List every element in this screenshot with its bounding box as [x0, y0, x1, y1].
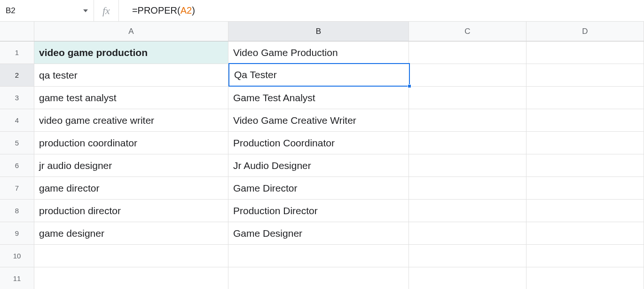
cell-a11[interactable] — [34, 267, 228, 289]
cell-d7[interactable] — [526, 177, 644, 200]
formula-cell-ref: A2 — [181, 5, 192, 16]
fx-icon: fx — [94, 0, 119, 21]
cell-b8[interactable]: Production Director — [228, 200, 409, 222]
cell-c1[interactable] — [409, 41, 526, 64]
cell-c3[interactable] — [409, 87, 526, 109]
spreadsheet-grid: 1 2 3 4 5 6 7 8 9 10 11 A B C D video ga… — [0, 22, 644, 289]
grid-row: game test analyst Game Test Analyst — [34, 87, 644, 109]
grid-row — [34, 245, 644, 267]
cell-c11[interactable] — [409, 267, 526, 289]
cell-a10[interactable] — [34, 245, 228, 267]
cell-a4[interactable]: video game creative writer — [34, 109, 228, 132]
formula-prefix: =PROPER( — [132, 5, 181, 16]
cell-a8[interactable]: production director — [34, 200, 228, 222]
cell-c8[interactable] — [409, 200, 526, 222]
column-header-d[interactable]: D — [526, 22, 644, 41]
cell-d6[interactable] — [526, 154, 644, 177]
cell-d5[interactable] — [526, 132, 644, 154]
select-all-corner[interactable] — [0, 22, 34, 41]
grid-row: video game creative writer Video Game Cr… — [34, 109, 644, 132]
row-headers: 1 2 3 4 5 6 7 8 9 10 11 — [0, 22, 34, 289]
row-header-4[interactable]: 4 — [0, 109, 34, 132]
column-header-a[interactable]: A — [34, 22, 228, 41]
column-headers: A B C D — [34, 22, 644, 41]
cell-c9[interactable] — [409, 222, 526, 245]
cell-b4[interactable]: Video Game Creative Writer — [228, 109, 409, 132]
formula-input[interactable]: =PROPER(A2) — [119, 0, 644, 21]
cell-a9[interactable]: game designer — [34, 222, 228, 245]
cell-a7[interactable]: game director — [34, 177, 228, 200]
formula-suffix: ) — [192, 5, 195, 16]
cell-a3[interactable]: game test analyst — [34, 87, 228, 109]
cell-c7[interactable] — [409, 177, 526, 200]
cell-d9[interactable] — [526, 222, 644, 245]
cell-c4[interactable] — [409, 109, 526, 132]
grid-row: production director Production Director — [34, 200, 644, 222]
row-header-7[interactable]: 7 — [0, 177, 34, 200]
row-header-8[interactable]: 8 — [0, 200, 34, 222]
cell-a2[interactable]: qa tester — [34, 64, 228, 87]
cell-b9[interactable]: Game Designer — [228, 222, 409, 245]
grid-row: game director Game Director — [34, 177, 644, 200]
grid-row — [34, 267, 644, 289]
cell-b2[interactable]: Qa Tester — [228, 63, 410, 87]
cell-a5[interactable]: production coordinator — [34, 132, 228, 154]
row-header-5[interactable]: 5 — [0, 132, 34, 154]
row-header-10[interactable]: 10 — [0, 245, 34, 267]
cell-b10[interactable] — [228, 245, 409, 267]
grid-row: jr audio designer Jr Audio Designer — [34, 154, 644, 177]
selection-fill-handle[interactable] — [408, 84, 411, 88]
column-header-b[interactable]: B — [228, 22, 409, 41]
cell-c6[interactable] — [409, 154, 526, 177]
grid-row: production coordinator Production Coordi… — [34, 132, 644, 154]
cell-c2[interactable] — [409, 64, 526, 87]
row-header-9[interactable]: 9 — [0, 222, 34, 245]
cell-d10[interactable] — [526, 245, 644, 267]
name-box[interactable]: B2 — [0, 0, 40, 21]
cell-c5[interactable] — [409, 132, 526, 154]
cell-d11[interactable] — [526, 267, 644, 289]
grid-row: qa tester Qa Tester — [34, 64, 644, 87]
cell-d4[interactable] — [526, 109, 644, 132]
row-header-1[interactable]: 1 — [0, 41, 34, 64]
row-header-2[interactable]: 2 — [0, 64, 34, 87]
formula-bar: B2 fx =PROPER(A2) — [0, 0, 644, 22]
cell-b1[interactable]: Video Game Production — [228, 41, 409, 64]
cell-a1[interactable]: video game production — [34, 41, 228, 64]
cell-b6[interactable]: Jr Audio Designer — [228, 154, 409, 177]
cell-d1[interactable] — [526, 41, 644, 64]
grid-rows: video game production Video Game Product… — [34, 41, 644, 289]
cell-c10[interactable] — [409, 245, 526, 267]
cell-a6[interactable]: jr audio designer — [34, 154, 228, 177]
grid-row: game designer Game Designer — [34, 222, 644, 245]
cell-b3[interactable]: Game Test Analyst — [228, 87, 409, 109]
name-box-dropdown[interactable] — [40, 0, 94, 21]
cell-d3[interactable] — [526, 87, 644, 109]
cell-d2[interactable] — [526, 64, 644, 87]
row-header-11[interactable]: 11 — [0, 267, 34, 289]
row-header-3[interactable]: 3 — [0, 87, 34, 109]
grid-area: A B C D video game production Video Game… — [34, 22, 644, 289]
cell-b5[interactable]: Production Coordinator — [228, 132, 409, 154]
grid-row: video game production Video Game Product… — [34, 41, 644, 64]
row-header-6[interactable]: 6 — [0, 154, 34, 177]
cell-b7[interactable]: Game Director — [228, 177, 409, 200]
cell-b11[interactable] — [228, 267, 409, 289]
cell-d8[interactable] — [526, 200, 644, 222]
column-header-c[interactable]: C — [409, 22, 526, 41]
chevron-down-icon — [83, 9, 88, 12]
